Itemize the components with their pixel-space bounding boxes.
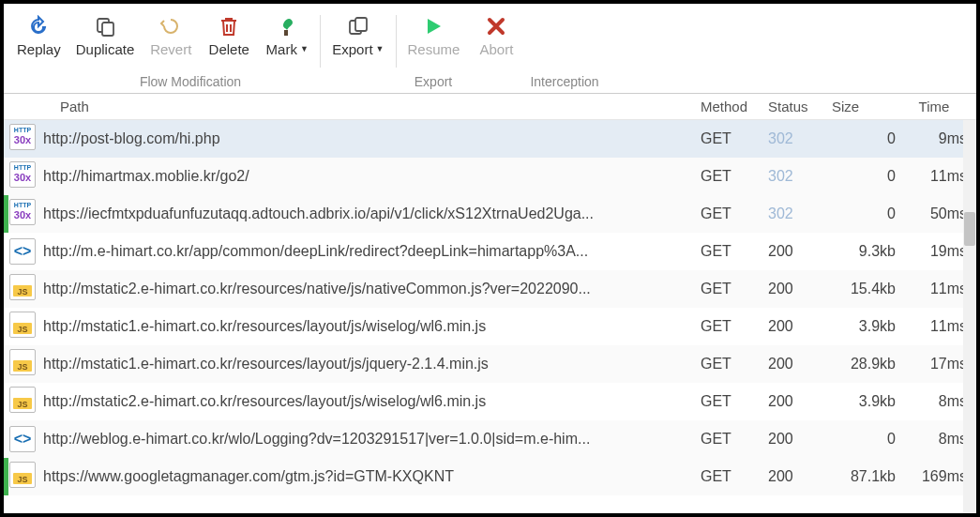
row-type-icon	[4, 274, 38, 304]
row-method: GET	[701, 318, 768, 335]
table-row[interactable]: <>http://weblog.e-himart.co.kr/wlo/Loggi…	[4, 420, 976, 458]
col-status[interactable]: Status	[768, 99, 828, 114]
row-size: 0	[828, 431, 901, 448]
toolbar-separator	[396, 15, 397, 68]
row-path: https://iecfmtxpduafunfuzutaqq.adtouch.a…	[38, 205, 701, 222]
row-status: 302	[768, 205, 828, 222]
http30x-file-icon	[9, 199, 36, 225]
row-type-icon	[4, 462, 38, 492]
table-row[interactable]: http://post-blog.com/hi.phpGET30209ms	[4, 120, 976, 158]
row-type-icon	[4, 124, 38, 154]
row-method: GET	[701, 431, 768, 448]
row-path: http://mstatic2.e-himart.co.kr/resources…	[38, 393, 701, 410]
row-status: 302	[768, 168, 828, 185]
js-file-icon	[9, 349, 36, 375]
row-path: http://mstatic1.e-himart.co.kr/resources…	[38, 318, 701, 335]
export-label: Export▼	[332, 41, 384, 57]
row-size: 0	[828, 205, 901, 222]
toolbar-separator	[320, 15, 321, 68]
table-row[interactable]: https://iecfmtxpduafunfuzutaqq.adtouch.a…	[4, 195, 976, 233]
resume-label: Resume	[408, 41, 460, 57]
caret-down-icon: ▼	[300, 45, 309, 53]
js-file-icon	[9, 312, 36, 338]
row-size: 0	[828, 130, 901, 147]
row-status: 200	[768, 281, 828, 297]
delete-button[interactable]: Delete	[200, 11, 258, 59]
scrollbar-track[interactable]	[963, 120, 976, 513]
row-path: http://weblog.e-himart.co.kr/wlo/Logging…	[38, 431, 701, 448]
table-row[interactable]: <>http://m.e-himart.co.kr/app/common/dee…	[4, 233, 976, 270]
play-icon	[423, 13, 444, 39]
svg-rect-2	[284, 30, 288, 36]
row-status: 200	[768, 243, 828, 260]
table-row[interactable]: http://mstatic2.e-himart.co.kr/resources…	[4, 383, 976, 420]
row-size: 0	[828, 168, 901, 185]
row-type-icon	[4, 387, 38, 417]
x-icon	[487, 13, 505, 39]
abort-button[interactable]: Abort	[467, 11, 525, 59]
svg-rect-1	[102, 23, 113, 36]
row-path: http://himartmax.moblie.kr/go2/	[38, 168, 701, 185]
row-size: 3.9kb	[828, 318, 901, 335]
table-row[interactable]: http://mstatic2.e-himart.co.kr/resources…	[4, 270, 976, 308]
row-marker	[4, 195, 8, 233]
js-file-icon	[9, 387, 36, 413]
row-path: http://mstatic2.e-himart.co.kr/resources…	[38, 281, 701, 297]
row-method: GET	[701, 168, 768, 185]
row-marker	[4, 458, 8, 495]
row-method: GET	[701, 468, 768, 485]
resume-button[interactable]: Resume	[400, 11, 468, 59]
group-interception: Interception	[490, 74, 640, 89]
export-icon	[347, 13, 369, 39]
col-path[interactable]: Path	[38, 99, 701, 114]
js-file-icon	[9, 274, 36, 300]
abort-label: Abort	[479, 41, 513, 57]
toolbar-group-labels: Flow Modification Export Interception	[4, 69, 976, 94]
row-type-icon	[4, 161, 38, 191]
caret-down-icon: ▼	[376, 45, 384, 53]
row-path: http://mstatic1.e-himart.co.kr/resources…	[38, 356, 701, 373]
html-file-icon: <>	[9, 238, 36, 265]
table-row[interactable]: http://mstatic1.e-himart.co.kr/resources…	[4, 345, 976, 383]
replay-icon	[27, 13, 50, 39]
html-file-icon: <>	[9, 426, 36, 452]
row-method: GET	[701, 393, 768, 410]
row-size: 15.4kb	[828, 281, 901, 297]
toolbar: Replay Duplicate Revert Delete Mark▼ Exp…	[4, 4, 976, 69]
row-method: GET	[701, 281, 768, 297]
http30x-file-icon	[9, 124, 36, 150]
row-size: 3.9kb	[828, 393, 901, 410]
col-method[interactable]: Method	[701, 99, 768, 114]
row-type-icon	[4, 349, 38, 379]
row-size: 28.9kb	[828, 356, 901, 373]
request-table: Path Method Status Size Time ▲ http://po…	[4, 94, 976, 495]
duplicate-button[interactable]: Duplicate	[68, 11, 143, 59]
row-path: https://www.googletagmanager.com/gtm.js?…	[38, 468, 701, 485]
row-status: 200	[768, 393, 828, 410]
table-row[interactable]: https://www.googletagmanager.com/gtm.js?…	[4, 458, 976, 495]
mark-label: Mark▼	[266, 41, 309, 57]
svg-rect-4	[355, 18, 367, 31]
col-time[interactable]: Time	[901, 99, 976, 114]
table-row[interactable]: http://mstatic1.e-himart.co.kr/resources…	[4, 308, 976, 345]
table-row[interactable]: http://himartmax.moblie.kr/go2/GET302011…	[4, 158, 976, 195]
row-size: 87.1kb	[828, 468, 901, 485]
table-header[interactable]: Path Method Status Size Time	[4, 94, 976, 120]
revert-icon	[159, 13, 182, 39]
row-status: 200	[768, 468, 828, 485]
replay-button[interactable]: Replay	[9, 11, 68, 59]
row-type-icon: <>	[4, 426, 38, 452]
col-size[interactable]: Size	[828, 99, 901, 114]
scrollbar-thumb[interactable]	[964, 212, 975, 246]
duplicate-label: Duplicate	[76, 41, 135, 57]
mark-button[interactable]: Mark▼	[258, 11, 316, 59]
group-export: Export	[377, 74, 490, 89]
export-button[interactable]: Export▼	[324, 11, 391, 59]
row-path: http://post-blog.com/hi.php	[38, 130, 701, 147]
row-status: 302	[768, 130, 828, 147]
row-method: GET	[701, 130, 768, 147]
http30x-file-icon	[9, 161, 36, 188]
duplicate-icon	[94, 13, 116, 39]
revert-button[interactable]: Revert	[142, 11, 200, 59]
row-method: GET	[701, 356, 768, 373]
